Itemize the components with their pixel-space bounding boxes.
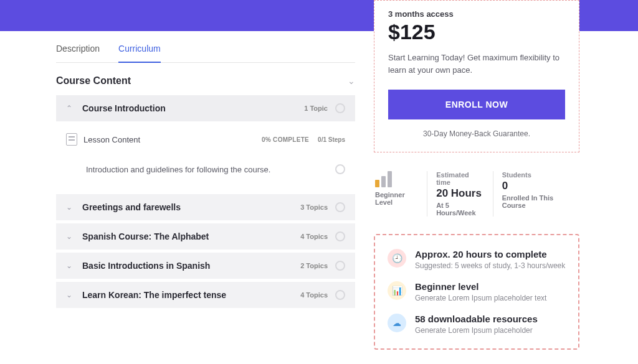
students-label: Students [502,171,569,179]
status-indicator [335,164,345,174]
start-text: Start Learning Today! Get maximum flexib… [388,52,565,76]
level-bars-icon [375,171,418,187]
access-term: 3 months access [388,9,565,19]
tab-curriculum[interactable]: Curriculum [118,44,161,54]
status-indicator [335,231,345,241]
chevron-down-icon: ⌄ [66,203,74,212]
section-title: Course Introduction [82,103,304,113]
section-meta: 4 Topics [300,291,328,299]
highlight-row: 📊 Beginner level Generate Lorem Ipsum pl… [388,281,566,302]
chevron-down-icon: ⌄ [348,76,355,86]
content-header[interactable]: Course Content ⌄ [56,75,355,86]
stats-row: Beginner Level Estimated time 20 Hours A… [374,171,579,217]
section-meta: 3 Topics [300,203,328,211]
chevron-up-icon: ⌃ [66,104,74,113]
estimated-time-label: Estimated time [436,171,484,186]
section-meta: 4 Topics [300,233,328,240]
chevron-down-icon: ⌄ [66,261,74,270]
highlight-title: Beginner level [415,281,546,292]
section-row[interactable]: ⌄ Greetings and farewells 3 Topics [56,194,355,220]
highlight-title: 58 downloadable resources [415,314,538,324]
section-row[interactable]: ⌄ Basic Introductions in Spanish 2 Topic… [56,253,355,279]
chevron-down-icon: ⌄ [66,291,74,299]
highlights-card: 🕘 Approx. 20 hours to complete Suggested… [374,234,579,350]
section-title: Basic Introductions in Spanish [82,261,300,271]
highlight-title: Approx. 20 hours to complete [415,249,565,259]
level-icon: 📊 [388,281,406,300]
highlight-row: 🕘 Approx. 20 hours to complete Suggested… [388,249,566,270]
download-icon: ☁ [388,314,406,332]
lesson-description: Introduction and guidelines for followin… [86,165,335,174]
highlight-row: ☁ 58 downloadable resources Generate Lor… [388,314,566,335]
section-row[interactable]: ⌃ Course Introduction 1 Topic [56,95,355,121]
highlight-sub: Generate Lorem Ipsum placeholder [415,326,538,335]
section-title: Learn Korean: The imperfect tense [82,290,300,300]
lesson-steps: 0/1 Steps [318,136,345,143]
students-value: 0 [502,180,569,192]
highlight-sub: Generate Lorem Ipsum placeholder text [415,294,546,302]
estimated-time-sub: At 5 Hours/Week [436,202,484,217]
enroll-button[interactable]: ENROLL NOW [388,90,565,119]
section-meta: 2 Topics [300,262,328,269]
lesson-panel: Lesson Content 0% COMPLETE 0/1 Steps Int… [56,124,355,194]
status-indicator [335,261,345,271]
section-title: Spanish Course: The Alphabet [82,231,300,241]
status-indicator [335,290,345,300]
highlight-sub: Suggested: 5 weeks of study, 1-3 hours/w… [415,261,565,270]
section-row[interactable]: ⌄ Spanish Course: The Alphabet 4 Topics [56,223,355,250]
clock-icon: 🕘 [388,249,406,268]
section-title: Greetings and farewells [82,202,300,212]
tab-description[interactable]: Description [56,44,100,54]
students-sub: Enrolled In This Course [502,194,569,209]
content-title: Course Content [56,75,131,86]
document-icon [66,133,77,146]
status-indicator [335,202,345,212]
lesson-progress: 0% COMPLETE [262,136,309,143]
section-row[interactable]: ⌄ Learn Korean: The imperfect tense 4 To… [56,282,355,308]
tabs: Description Curriculum [56,44,355,63]
section-meta: 1 Topic [304,105,328,112]
estimated-time-value: 20 Hours [436,187,484,200]
price: $125 [388,20,565,44]
lesson-title: Lesson Content [83,135,262,144]
guarantee: 30-Day Money-Back Guarantee. [388,129,565,138]
status-indicator [335,103,345,113]
price-card: 3 months access $125 Start Learning Toda… [374,0,579,152]
level-label: Beginner Level [375,191,418,206]
chevron-down-icon: ⌄ [66,232,74,241]
